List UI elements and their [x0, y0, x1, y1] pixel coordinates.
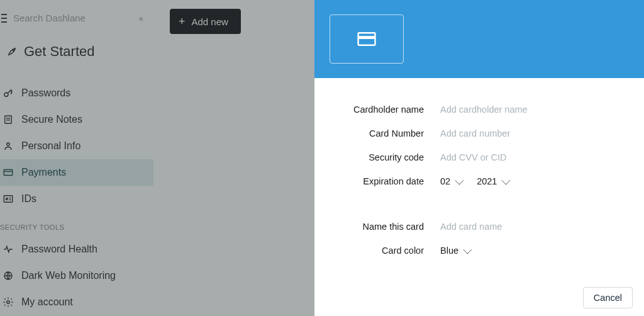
svg-line-1 [142, 20, 142, 21]
card-name-input[interactable] [440, 222, 625, 232]
svg-point-15 [7, 301, 10, 304]
svg-point-2 [13, 50, 14, 51]
svg-point-11 [6, 198, 8, 200]
card-color-value: Blue [440, 245, 458, 256]
credit-card-icon [357, 32, 376, 46]
label-security-code: Security code [333, 152, 440, 162]
chevron-down-icon [455, 176, 464, 185]
exp-month-value: 02 [440, 176, 450, 186]
card-edit-panel: Cardholder name Card Number Security cod… [314, 0, 644, 316]
search-icon[interactable] [139, 13, 143, 23]
sidebar-item-passwords[interactable]: Passwords [0, 80, 153, 106]
search-input[interactable] [13, 13, 133, 23]
cardholder-input[interactable] [440, 104, 625, 115]
label-card-number: Card Number [333, 128, 440, 138]
sidebar-item-label: Passwords [21, 87, 70, 99]
svg-rect-10 [4, 196, 13, 203]
cvv-input[interactable] [440, 152, 625, 162]
add-new-button[interactable]: + Add new [170, 9, 241, 34]
sidebar-item-personal-info[interactable]: Personal Info [0, 133, 153, 159]
sidebar-item-label: Personal Info [21, 140, 80, 152]
plus-icon: + [179, 16, 186, 27]
svg-point-7 [7, 143, 10, 146]
exp-month-select[interactable]: 02 [440, 176, 462, 186]
svg-rect-17 [358, 36, 375, 39]
id-icon [3, 193, 14, 205]
card-color-select[interactable]: Blue [440, 245, 470, 256]
label-cardholder: Cardholder name [333, 104, 440, 115]
note-icon [3, 114, 14, 125]
get-started-label: Get Started [24, 43, 95, 60]
health-icon [3, 244, 14, 255]
label-card-color: Card color [333, 245, 440, 256]
sidebar-item-label: IDs [21, 193, 36, 205]
card-preview [330, 14, 404, 64]
card-number-input[interactable] [440, 128, 625, 138]
sidebar-item-my-account[interactable]: My account [0, 289, 153, 315]
exp-year-select[interactable]: 2021 [477, 176, 508, 186]
sidebar-item-label: Payments [21, 167, 66, 178]
exp-year-value: 2021 [477, 176, 497, 186]
sidebar-item-secure-notes[interactable]: Secure Notes [0, 106, 153, 133]
sidebar-item-ids[interactable]: IDs [0, 186, 153, 212]
sidebar-item-label: Secure Notes [21, 114, 82, 125]
person-icon [3, 140, 14, 152]
sidebar-item-label: Dark Web Monitoring [21, 270, 116, 281]
label-expiration: Expiration date [333, 176, 440, 186]
chevron-down-icon [502, 176, 511, 185]
sidebar-item-label: My account [21, 296, 73, 308]
add-new-label: Add new [192, 16, 228, 27]
globe-icon [3, 270, 14, 281]
section-header-security: SECURITY TOOLS [0, 212, 153, 236]
card-icon [3, 167, 14, 178]
svg-point-0 [140, 18, 142, 20]
sidebar-item-label: Password Health [21, 244, 97, 255]
sidebar-item-payments[interactable]: Payments [0, 159, 153, 186]
rocket-icon [6, 46, 18, 57]
gear-icon [3, 296, 14, 308]
key-icon [3, 87, 14, 99]
hamburger-icon[interactable] [1, 14, 7, 23]
sidebar-item-password-health[interactable]: Password Health [0, 236, 153, 262]
chevron-down-icon [463, 245, 472, 254]
svg-rect-8 [4, 170, 13, 176]
svg-rect-4 [5, 116, 12, 123]
cancel-button[interactable]: Cancel [583, 287, 633, 308]
get-started-link[interactable]: Get Started [0, 35, 153, 69]
sidebar-item-dark-web[interactable]: Dark Web Monitoring [0, 262, 153, 289]
label-card-name: Name this card [333, 222, 440, 232]
panel-header [314, 0, 644, 78]
svg-point-3 [4, 93, 8, 96]
